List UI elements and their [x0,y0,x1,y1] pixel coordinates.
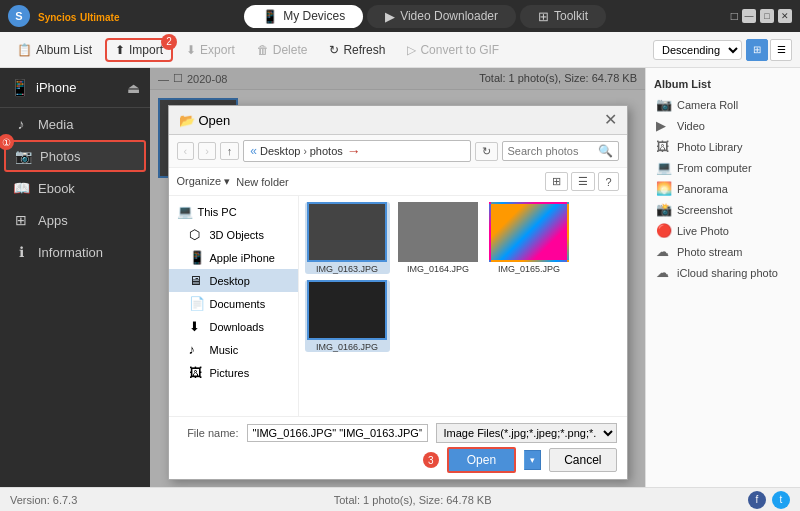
dialog-list-view[interactable]: ☰ [571,172,595,191]
dialog-buttons: 3 Open ▾ Cancel [179,447,617,473]
ebook-icon: 📖 [12,180,30,196]
filename-row: File name: Image Files(*.jpg;*.jpeg;*.pn… [179,423,617,443]
dialog-toolbar: Organize ▾ New folder ⊞ ☰ ? [169,168,627,196]
play-icon: ▶ [385,9,395,24]
main-nav: 📱 My Devices ▶ Video Downloader ⊞ Toolki… [244,5,606,28]
eject-icon[interactable]: ⏏ [127,80,140,96]
dlg-nav-music[interactable]: ♪ Music [169,338,298,361]
icloud-sharing-icon: ☁ [656,265,672,280]
minimize-button[interactable]: — [742,9,756,23]
filename-input[interactable] [247,424,428,442]
file-img163[interactable]: IMG_0163.JPG [305,202,390,274]
breadcrumb-desktop[interactable]: Desktop [260,145,300,157]
dialog-help[interactable]: ? [598,172,618,191]
app-name: Syncios Ultimate [38,9,119,24]
dlg-nav-3d-objects[interactable]: ⬡ 3D Objects [169,223,298,246]
file-img166[interactable]: IMG_0166.JPG [305,280,390,352]
up-button[interactable]: ↑ [220,142,240,160]
sidebar-item-photos[interactable]: 📷 Photos ① [4,140,146,172]
refresh-path-button[interactable]: ↻ [475,142,498,161]
file-img164[interactable]: IMG_0164.JPG [396,202,481,274]
export-button[interactable]: ⬇ Export [177,39,244,61]
import-button[interactable]: ⬆ Import 2 [105,38,173,62]
dlg-nav-this-pc[interactable]: 💻 This PC [169,200,298,223]
new-folder-button[interactable]: New folder [236,176,289,188]
search-input[interactable] [508,145,598,157]
convert-gif-button[interactable]: ▷ Convert to GIF [398,39,508,61]
this-pc-icon: 💻 [177,204,193,219]
back-button[interactable]: ‹ [177,142,195,160]
nav-toolkit[interactable]: ⊞ Toolkit [520,5,606,28]
sidebar-label-photos: Photos [40,149,80,164]
facebook-button[interactable]: f [748,491,766,509]
from-computer-icon: 💻 [656,160,672,175]
dlg-nav-documents[interactable]: 📄 Documents [169,292,298,315]
album-list-button[interactable]: 📋 Album List [8,39,101,61]
organize-button[interactable]: Organize ▾ [177,175,231,188]
photo-library-icon: 🖼 [656,139,672,154]
filetype-select[interactable]: Image Files(*.jpg;*.jpeg;*.png;*. [436,423,617,443]
sidebar-label-media: Media [38,117,73,132]
right-panel: Album List 📷 Camera Roll ▶ Video 🖼 Photo… [645,68,800,487]
sidebar: 📱 iPhone ⏏ ♪ Media 📷 Photos ① 📖 Ebook ⊞ … [0,68,150,487]
downloads-nav-icon: ⬇ [189,319,205,334]
dlg-nav-apple-iphone[interactable]: 📱 Apple iPhone [169,246,298,269]
dialog-close-button[interactable]: ✕ [604,112,617,128]
info-icon: ℹ [12,244,30,260]
photo-stream-icon: ☁ [656,244,672,259]
filename-label: File name: [179,427,239,439]
main-area: 📱 iPhone ⏏ ♪ Media 📷 Photos ① 📖 Ebook ⊞ … [0,68,800,487]
pictures-nav-icon: 🖼 [189,365,205,380]
nav-video-downloader[interactable]: ▶ Video Downloader [367,5,516,28]
refresh-button[interactable]: ↻ Refresh [320,39,394,61]
album-icon: 📋 [17,43,32,57]
panel-photo-library[interactable]: 🖼 Photo Library [646,136,800,157]
nav-my-devices[interactable]: 📱 My Devices [244,5,363,28]
sidebar-item-information[interactable]: ℹ Information [0,236,150,268]
open-button[interactable]: Open [447,447,516,473]
breadcrumb-photos[interactable]: photos [310,145,343,157]
panel-icloud-sharing[interactable]: ☁ iCloud sharing photo [646,262,800,283]
dialog-title-text: Open [199,113,604,128]
refresh-icon: ↻ [329,43,339,57]
panel-panorama[interactable]: 🌅 Panorama [646,178,800,199]
list-view-button[interactable]: ☰ [770,39,792,61]
dlg-nav-desktop[interactable]: 🖥 Desktop [169,269,298,292]
maximize-button[interactable]: □ [760,9,774,23]
forward-button[interactable]: › [198,142,216,160]
sidebar-item-media[interactable]: ♪ Media [0,108,150,140]
panel-camera-roll[interactable]: 📷 Camera Roll [646,94,800,115]
file-img165[interactable]: IMG_0165.JPG [487,202,572,274]
apps-icon: ⊞ [12,212,30,228]
open-dropdown-button[interactable]: ▾ [524,450,541,470]
device-header: 📱 iPhone ⏏ [0,68,150,108]
delete-button[interactable]: 🗑 Delete [248,39,317,61]
app-branding: S Syncios Ultimate [8,5,119,27]
panorama-icon: 🌅 [656,181,672,196]
panel-photo-stream[interactable]: ☁ Photo stream [646,241,800,262]
delete-icon: 🗑 [257,43,269,57]
cancel-button[interactable]: Cancel [549,448,616,472]
window-controls: □ — □ ✕ [731,9,792,23]
grid-view-button[interactable]: ⊞ [746,39,768,61]
photos-icon: 📷 [14,148,32,164]
open-dialog: 📂 Open ✕ ‹ › ↑ « Desktop › photos → [168,105,628,480]
sidebar-item-apps[interactable]: ⊞ Apps [0,204,150,236]
sidebar-item-ebook[interactable]: 📖 Ebook [0,172,150,204]
twitter-button[interactable]: t [772,491,790,509]
panel-from-computer[interactable]: 💻 From computer [646,157,800,178]
titlebar: S Syncios Ultimate 📱 My Devices ▶ Video … [0,0,800,32]
dialog-navbar: ‹ › ↑ « Desktop › photos → ↻ 🔍 [169,135,627,168]
export-icon: ⬇ [186,43,196,57]
dialog-grid-view[interactable]: ⊞ [545,172,568,191]
content-area: — ☐ 2020-08 Total: 1 photo(s), Size: 64.… [150,68,645,487]
dlg-nav-downloads[interactable]: ⬇ Downloads [169,315,298,338]
close-button[interactable]: ✕ [778,9,792,23]
sidebar-label-apps: Apps [38,213,68,228]
panel-live-photo[interactable]: 🔴 Live Photo [646,220,800,241]
sort-select[interactable]: Descending [653,40,742,60]
device-name: iPhone [36,80,76,95]
panel-video[interactable]: ▶ Video [646,115,800,136]
panel-screenshot[interactable]: 📸 Screenshot [646,199,800,220]
dlg-nav-pictures[interactable]: 🖼 Pictures [169,361,298,384]
